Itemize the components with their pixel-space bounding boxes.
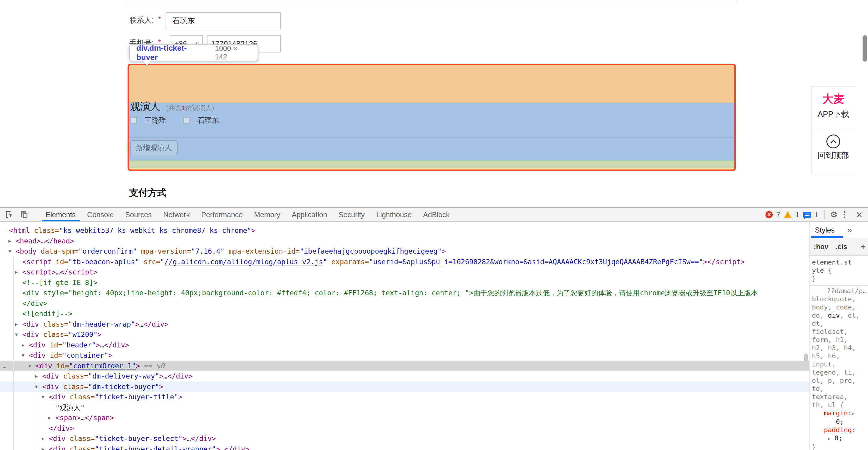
dom-tree-row[interactable]: ▾…<div id="confirmOrder_1"> == $0 (0, 361, 809, 371)
dom-tree-row[interactable]: ▾<div class="ticket-buyer-title"> (0, 392, 809, 402)
styles-rules: element.style { } ??damai/p… blockquote,… (809, 256, 868, 450)
code-token: <span> (56, 414, 81, 422)
close-icon[interactable]: × (851, 209, 862, 221)
back-to-top-button[interactable]: 回到顶部 (812, 134, 855, 174)
code-token: > (251, 227, 255, 234)
more-tabs-icon[interactable]: » (847, 222, 852, 238)
more-options-icon[interactable] (841, 211, 847, 218)
expand-arrow-icon[interactable]: ▸ (8, 236, 11, 246)
collapse-arrow-icon[interactable]: ▾ (28, 361, 31, 371)
devtools-tab-lighthouse[interactable]: Lighthouse (370, 208, 417, 221)
tab-styles[interactable]: Styles (815, 222, 835, 238)
message-icon[interactable] (803, 212, 811, 218)
css-property[interactable]: margin:▸ (812, 409, 868, 418)
element-style-rule[interactable]: element.style { } (812, 258, 854, 282)
collapse-arrow-icon[interactable]: ▾ (8, 246, 11, 257)
devtools-tab-application[interactable]: Application (286, 208, 333, 221)
expand-arrow-icon[interactable]: ▸ (22, 340, 25, 351)
dom-tree-row[interactable]: ▸<head>…</head> (0, 236, 809, 246)
devtools-tab-memory[interactable]: Memory (249, 208, 286, 221)
stylesheet-link[interactable]: ??damai/p… (827, 287, 867, 295)
devtools-status-badges: 7 1 1 ⚙ × (766, 208, 862, 221)
expand-arrow-icon[interactable]: ▸ (15, 267, 18, 277)
expand-arrow-icon[interactable]: ▸ (48, 413, 51, 423)
dom-tree-row[interactable]: ▾<div class="w1200"> (0, 329, 809, 340)
dom-tree-row[interactable]: </div> (0, 423, 809, 434)
message-count[interactable]: 1 (815, 211, 818, 219)
device-toolbar-icon[interactable] (19, 210, 28, 219)
screenshot-root: { "page": { "contact_label": "联系人:", "co… (0, 0, 868, 450)
inspect-element-icon[interactable] (5, 210, 14, 219)
devtools-tab-elements[interactable]: Elements (40, 208, 82, 221)
collapse-arrow-icon[interactable]: ▾ (15, 329, 18, 340)
css-property-value: 0; (812, 418, 868, 426)
dom-tree-row[interactable]: "观演人" (0, 402, 809, 413)
app-download-card[interactable]: 大麦 APP下载 (812, 87, 855, 130)
node-options-ellipsis[interactable]: … (2, 361, 7, 371)
expand-arrow-icon[interactable]: ▸ (42, 444, 44, 450)
dom-tree-row[interactable]: </div> (0, 298, 809, 309)
code-token: //g.alicdn.com/alilog/mlog/aplus_v2.js (164, 258, 323, 266)
dom-tree: <html class="ks-webkit537 ks-webkit ks-c… (0, 222, 809, 450)
code-token: exparams= (327, 258, 369, 266)
collapse-arrow-icon[interactable]: ▾ (22, 350, 25, 361)
dom-tree-row[interactable]: ▸<script>…</script> (0, 267, 809, 277)
dom-tree-row[interactable]: <!--[if gte IE 8]> (0, 277, 809, 288)
floating-nav: 大麦 APP下载 回到顶部 (811, 86, 855, 174)
inspect-tooltip: div.dm-ticket-buyer 1000 × 142 (129, 44, 258, 61)
element-classes-button[interactable]: .cls (836, 243, 847, 251)
code-token: id= (50, 351, 62, 359)
page-scrollbar-thumb[interactable] (863, 35, 867, 62)
devtools-tab-performance[interactable]: Performance (195, 208, 248, 221)
dom-tree-row[interactable]: ▸<div class="ticket-buyer-detail-wrapper… (0, 444, 809, 450)
new-style-rule-button[interactable]: + (861, 242, 868, 251)
css-property[interactable]: padding: (812, 426, 868, 434)
contact-input[interactable]: 石璞东 (165, 12, 281, 29)
expand-arrow-icon[interactable]: ▸ (15, 319, 18, 330)
warning-icon[interactable] (784, 211, 792, 218)
devtools-tab-console[interactable]: Console (82, 208, 119, 221)
code-token: </div> (22, 300, 48, 307)
dom-tree-row[interactable]: <html class="ks-webkit537 ks-webkit ks-c… (0, 225, 809, 236)
expand-arrow-icon[interactable]: ▸ (42, 433, 44, 444)
dom-tree-row[interactable]: ▾<body data-spm="orderconfirm" mpa-versi… (0, 246, 809, 257)
error-count[interactable]: 7 (776, 211, 780, 219)
expand-arrow-icon[interactable]: ▸ (35, 371, 38, 382)
dom-tree-row[interactable]: <div style="height: 40px;line-height: 40… (0, 288, 809, 298)
code-token: … (41, 237, 45, 245)
code-token: > (178, 393, 183, 401)
devtools-tab-security[interactable]: Security (333, 208, 371, 221)
dom-tree-row[interactable]: ▾<div id="container"> (0, 350, 809, 361)
expand-arrow-icon[interactable]: ▸ (828, 436, 831, 442)
devtools-tab-sources[interactable]: Sources (119, 208, 157, 221)
dom-tree-row[interactable]: ▸<div class="dm-header-wrap">…</div> (0, 319, 809, 330)
code-token: > (108, 351, 113, 359)
collapse-arrow-icon[interactable]: ▾ (35, 382, 38, 392)
toggle-element-state-button[interactable]: :hov (814, 243, 829, 251)
code-token: class= (70, 434, 95, 443)
devtools-tab-network[interactable]: Network (157, 208, 195, 221)
devtools-tab-adblock[interactable]: AdBlock (417, 208, 456, 221)
toolbar-separator (824, 210, 825, 219)
gear-icon[interactable]: ⚙ (830, 210, 838, 219)
code-token: <!--[if gte IE 8]> (22, 279, 97, 287)
code-token: class= (34, 227, 59, 234)
code-token: </span> (85, 414, 114, 422)
dom-tree-row[interactable]: <script id="tb-beacon-aplus" src="//g.al… (0, 257, 809, 267)
toolbar-separator (34, 210, 34, 219)
dom-tree-row[interactable]: ▸<div id="header">…</div> (0, 340, 809, 351)
collapse-arrow-icon[interactable]: ▾ (42, 392, 44, 402)
error-icon[interactable] (766, 211, 773, 218)
selector-text: , dl, dt, fieldset, form, h1, h2, h3, h4… (812, 311, 864, 409)
dom-tree-row[interactable]: <![endif]--> (0, 308, 809, 319)
dom-tree-row[interactable]: ▸<div class="ticket-buyer-select">…</div… (0, 433, 809, 444)
dom-tree-row[interactable]: ▸<span>…</span> (0, 413, 809, 423)
expand-arrow-icon[interactable]: ▸ (852, 411, 855, 417)
code-token: </div> (224, 445, 249, 450)
warning-count[interactable]: 1 (795, 211, 799, 219)
devtools-panel: ElementsConsoleSourcesNetworkPerformance… (0, 207, 868, 450)
dom-tree-row[interactable]: ▾<div class="dm-ticket-buyer"> (0, 382, 809, 392)
code-token: … (220, 445, 224, 450)
code-token: </script> (60, 268, 98, 276)
dom-tree-row[interactable]: ▸<div class="dm-delivery-way">…</div> (0, 371, 809, 382)
